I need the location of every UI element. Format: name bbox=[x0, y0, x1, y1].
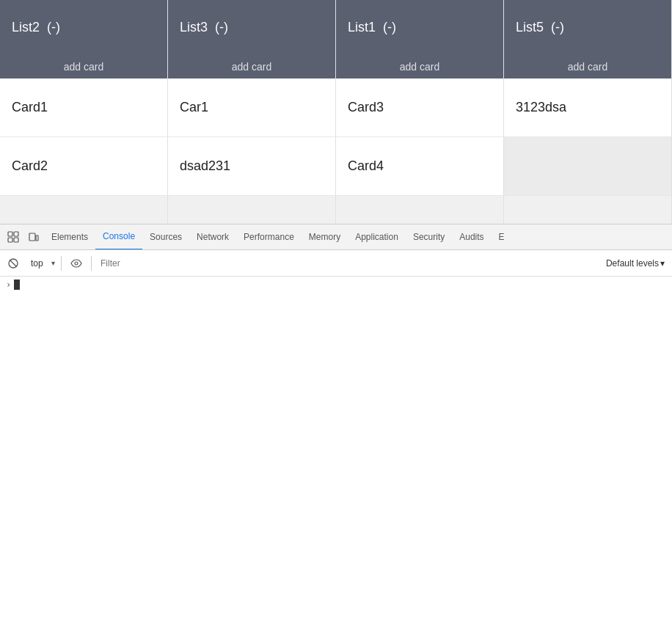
list2-add-card-button[interactable]: add card bbox=[0, 55, 167, 78]
list1-header: List1 (-) bbox=[336, 0, 503, 55]
clear-console-button[interactable] bbox=[3, 255, 23, 272]
tab-console[interactable]: Console bbox=[95, 224, 142, 250]
tab-sources[interactable]: Sources bbox=[142, 224, 189, 250]
chevron-down-icon-levels: ▾ bbox=[660, 258, 665, 269]
tab-memory[interactable]: Memory bbox=[302, 224, 348, 250]
chevron-right-icon: › bbox=[6, 280, 11, 290]
device-toolbar-button[interactable] bbox=[23, 228, 44, 246]
svg-rect-0 bbox=[8, 232, 12, 236]
tab-audits[interactable]: Audits bbox=[452, 224, 491, 250]
console-filter-input[interactable] bbox=[96, 257, 599, 270]
list2-title: List2 (-) bbox=[12, 20, 60, 35]
cursor-icon bbox=[7, 231, 19, 243]
list1-add-card-button[interactable]: add card bbox=[336, 55, 503, 78]
list-column-list2: List2 (-) add card Card1 Card2 bbox=[0, 0, 168, 224]
list-item: Card1 bbox=[0, 78, 167, 137]
clear-icon bbox=[7, 258, 19, 269]
list-column-list3: List3 (-) add card Car1 dsad231 bbox=[168, 0, 336, 224]
svg-line-7 bbox=[10, 260, 17, 266]
list-item: dsad231 bbox=[168, 137, 335, 196]
live-expressions-button[interactable] bbox=[66, 255, 87, 272]
tab-application[interactable]: Application bbox=[348, 224, 406, 250]
tab-network[interactable]: Network bbox=[189, 224, 236, 250]
svg-rect-2 bbox=[8, 238, 12, 242]
tab-security[interactable]: Security bbox=[406, 224, 452, 250]
inspect-element-button[interactable] bbox=[3, 228, 23, 246]
cursor-caret bbox=[14, 280, 20, 290]
eye-icon bbox=[70, 258, 82, 269]
toolbar-divider-2 bbox=[91, 256, 92, 271]
list-item: Car1 bbox=[168, 78, 335, 137]
list5-header: List5 (-) bbox=[504, 0, 671, 55]
console-cursor-line: › bbox=[6, 280, 666, 290]
list5-add-card-button[interactable]: add card bbox=[504, 55, 671, 78]
list5-title: List5 (-) bbox=[516, 20, 564, 35]
list-item-empty bbox=[504, 137, 671, 196]
list3-add-card-button[interactable]: add card bbox=[168, 55, 335, 78]
toolbar-divider bbox=[61, 256, 62, 271]
context-selector-wrap: top ▾ bbox=[26, 257, 56, 270]
console-output: › bbox=[0, 277, 672, 639]
list-item: Card4 bbox=[336, 137, 503, 196]
svg-point-8 bbox=[75, 262, 78, 265]
svg-rect-4 bbox=[29, 233, 35, 241]
console-toolbar: top ▾ Default levels ▾ bbox=[0, 250, 672, 277]
list-item: Card2 bbox=[0, 137, 167, 196]
devtools-tabs: Elements Console Sources Network Perform… bbox=[0, 224, 672, 250]
list2-header: List2 (-) bbox=[0, 0, 167, 55]
list-column-list1: List1 (-) add card Card3 Card4 bbox=[336, 0, 504, 224]
tab-extra[interactable]: E bbox=[492, 224, 512, 250]
list1-title: List1 (-) bbox=[348, 20, 396, 35]
app-area: List2 (-) add card Card1 Card2 List3 (-)… bbox=[0, 0, 672, 224]
list3-header: List3 (-) bbox=[168, 0, 335, 55]
list-column-list5: List5 (-) add card 3123dsa bbox=[504, 0, 672, 224]
tab-performance[interactable]: Performance bbox=[236, 224, 302, 250]
context-selector[interactable]: top bbox=[26, 257, 56, 270]
tab-elements[interactable]: Elements bbox=[44, 224, 95, 250]
devtools-panel: Elements Console Sources Network Perform… bbox=[0, 224, 672, 639]
svg-rect-1 bbox=[14, 232, 18, 236]
device-icon bbox=[28, 231, 40, 243]
list-item: Card3 bbox=[336, 78, 503, 137]
list3-title: List3 (-) bbox=[180, 20, 228, 35]
svg-rect-5 bbox=[36, 235, 38, 241]
list-item: 3123dsa bbox=[504, 78, 671, 137]
log-levels-button[interactable]: Default levels ▾ bbox=[602, 257, 669, 270]
svg-rect-3 bbox=[14, 238, 18, 242]
